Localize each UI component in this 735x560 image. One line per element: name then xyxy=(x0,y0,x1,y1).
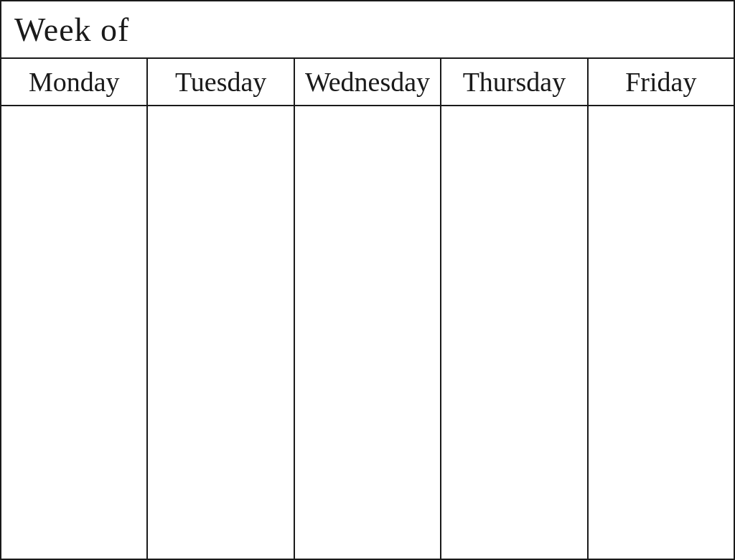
week-of-title: Week of xyxy=(14,11,129,49)
day-headers-row: Monday Tuesday Wednesday Thursday Friday xyxy=(1,59,734,106)
day-header-friday: Friday xyxy=(589,59,734,105)
day-cell-thursday[interactable] xyxy=(441,106,588,559)
day-header-monday: Monday xyxy=(1,59,148,105)
day-header-tuesday: Tuesday xyxy=(148,59,294,105)
day-cell-friday[interactable] xyxy=(589,106,734,559)
day-header-wednesday: Wednesday xyxy=(295,59,441,105)
day-cell-monday[interactable] xyxy=(1,106,148,559)
calendar-grid: Monday Tuesday Wednesday Thursday Friday xyxy=(1,59,734,559)
weekly-planner: Week of Monday Tuesday Wednesday Thursda… xyxy=(0,0,735,560)
day-cell-wednesday[interactable] xyxy=(295,106,441,559)
day-cell-tuesday[interactable] xyxy=(148,106,294,559)
day-header-thursday: Thursday xyxy=(441,59,588,105)
day-cells-row xyxy=(1,106,734,559)
header: Week of xyxy=(1,1,734,59)
